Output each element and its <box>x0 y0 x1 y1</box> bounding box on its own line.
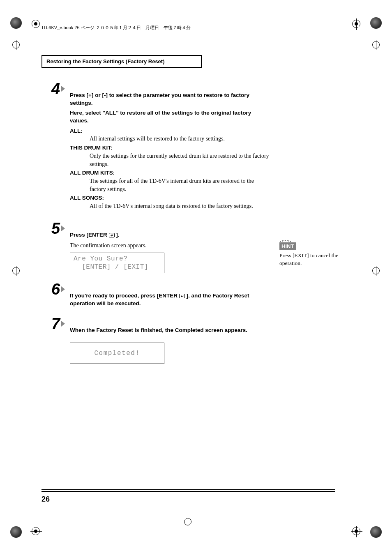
step5-followup: The confirmation screen appears. <box>70 242 271 250</box>
page-number: 26 <box>42 495 50 504</box>
step-5: 5 Press [ENTER ]. The confirmation scree… <box>53 220 271 273</box>
hint-sidebar: HINT Press [EXIT] to cancel the operatio… <box>279 242 345 267</box>
step4-instruction-2: Here, select "ALL" to restore all of the… <box>70 109 271 125</box>
option-all-label: ALL: <box>70 127 271 135</box>
option-all-desc: All internal settings will be restored t… <box>90 135 271 143</box>
lcd-line2: [ENTER] / [EXIT] <box>74 263 161 271</box>
option-allkits-label: ALL DRUM KITS: <box>70 169 271 177</box>
crop-mark-tl <box>10 17 22 29</box>
crop-mark-bl <box>10 526 22 538</box>
crop-target-bl <box>32 527 40 535</box>
lcd-line1: Are You Sure? <box>74 255 161 263</box>
crop-mark-br <box>370 526 382 538</box>
crop-small-tr <box>372 41 380 48</box>
crop-target-tr <box>352 20 360 28</box>
footer-rule <box>42 489 335 492</box>
enter-icon <box>109 233 115 237</box>
lcd-confirm-screen: Are You Sure? [ENTER] / [EXIT] <box>70 253 164 273</box>
step7-instruction: When the Factory Reset is finished, the … <box>70 327 271 334</box>
step-number-4: 4 <box>51 80 60 98</box>
step4-instruction-1: Press [+] or [-] to select the parameter… <box>70 92 271 107</box>
option-songs-desc: All of the TD-6V's internal song data is… <box>90 202 271 210</box>
crop-target-tl <box>32 20 40 28</box>
crop-target-br <box>352 527 360 535</box>
step-number-7: 7 <box>51 315 60 333</box>
step5-instruction: Press [ENTER ]. <box>70 231 271 239</box>
enter-icon <box>179 294 185 298</box>
step-7: 7 When the Factory Reset is finished, th… <box>53 315 271 364</box>
option-songs-label: ALL SONGS: <box>70 194 271 202</box>
option-allkits-desc1: The settings for all of the TD-6V's inte… <box>90 177 271 185</box>
section-header: Restoring the Factory Settings (Factory … <box>42 55 202 68</box>
step-number-6: 6 <box>51 281 60 298</box>
file-header-line: TD-6KV_e.book 26 ページ ２００５年１月２４日 月曜日 午後７時… <box>41 25 191 31</box>
option-allkits-desc2: factory settings. <box>90 185 271 193</box>
step-6: 6 If you're ready to proceed, press [ENT… <box>53 281 271 308</box>
crop-small-tl <box>12 41 20 48</box>
lcd-completed-screen: Completed! <box>70 343 164 364</box>
crop-bottom-center <box>184 518 191 525</box>
hint-text: Press [EXIT] to cancel the operation. <box>279 252 345 267</box>
hint-badge: HINT <box>279 242 296 250</box>
step6-instruction: If you're ready to proceed, press [ENTER… <box>70 292 271 308</box>
crop-mark-tr <box>370 17 382 29</box>
step-4: 4 Press [+] or [-] to select the paramet… <box>53 80 271 210</box>
crop-side-r <box>372 267 380 274</box>
step-number-5: 5 <box>51 220 60 237</box>
option-this-desc: Only the settings for the currently sele… <box>90 152 271 168</box>
option-this-label: THIS DRUM KIT: <box>70 144 271 152</box>
crop-side-l <box>12 267 20 274</box>
